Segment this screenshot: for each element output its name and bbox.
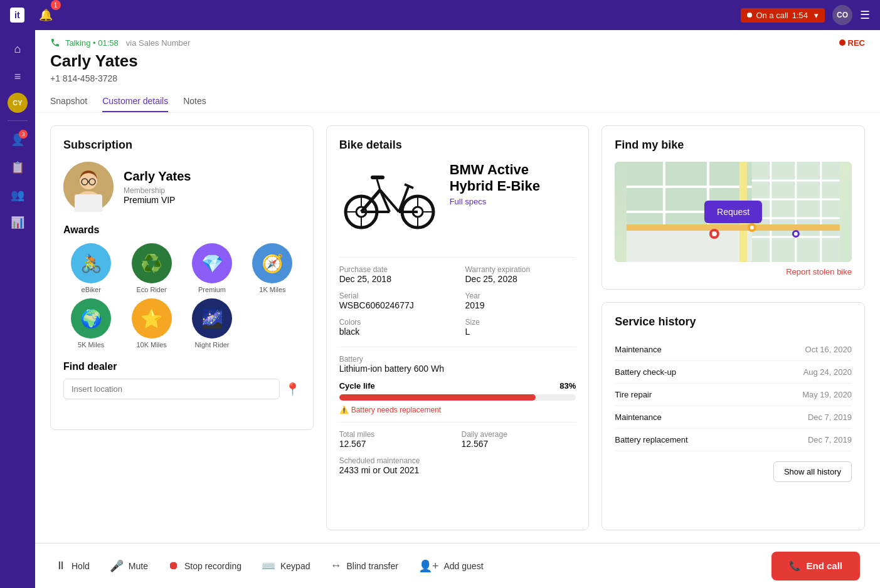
warning-icon: ⚠️	[339, 406, 349, 414]
bike-details-grid: Purchase date Dec 25, 2018 Warranty expi…	[339, 265, 576, 337]
avatar-svg	[63, 162, 114, 212]
cycle-life-row: Cycle life 83%	[339, 381, 576, 391]
5k-miles-icon: 🌍	[71, 298, 111, 339]
call-status-text: Talking • 01:58	[65, 38, 119, 48]
sidebar-item-reports[interactable]: 📊	[6, 211, 29, 234]
call-status-row: Talking • 01:58 via Sales Number REC	[50, 38, 865, 48]
service-date-1: Oct 16, 2020	[805, 345, 852, 354]
serial-field: Serial WSBC606024677J	[339, 291, 450, 310]
service-row-5: Battery replacement Dec 7, 2019	[615, 429, 852, 451]
sidebar-item-assignments[interactable]: 📋	[6, 156, 29, 179]
purchase-date-label: Purchase date	[339, 265, 450, 274]
size-field: Size L	[465, 318, 576, 337]
mute-icon: 🎤	[110, 559, 124, 573]
location-pin-icon[interactable]: 📍	[285, 382, 300, 397]
cycle-life-progress	[339, 394, 576, 401]
service-row-3: Tire repair May 19, 2020	[615, 384, 852, 406]
call-bar: ⏸ Hold 🎤 Mute ⏺ Stop recording ⌨️ Keypad…	[35, 543, 880, 588]
bike-info: BMW Active Hybrid E-Bike Full specs	[450, 162, 576, 216]
svg-line-27	[377, 179, 380, 190]
show-all-history-button[interactable]: Show all history	[773, 461, 852, 482]
blind-transfer-action[interactable]: ↔ Blind transfer	[330, 559, 398, 572]
on-call-time: 1:54	[792, 11, 808, 20]
bike-svg	[339, 168, 440, 231]
find-bike-title: Find my bike	[615, 139, 852, 152]
rec-label: REC	[848, 38, 865, 48]
10k-miles-label: 10K Miles	[136, 341, 166, 349]
request-button[interactable]: Request	[704, 201, 762, 223]
stop-recording-action[interactable]: ⏺ Stop recording	[168, 559, 241, 572]
report-stolen-link[interactable]: Report stolen bike	[615, 267, 852, 276]
sidebar-item-home[interactable]: ⌂	[6, 38, 29, 60]
sidebar-cy-avatar[interactable]: CY	[8, 93, 28, 113]
bell-badge: 1	[51, 0, 61, 10]
battery-value: Lithium-ion battery 600 Wh	[339, 364, 576, 374]
dropdown-icon: ▾	[814, 11, 819, 20]
call-dot	[747, 13, 752, 18]
top-avatar[interactable]: CO	[832, 5, 852, 25]
content-area: Talking • 01:58 via Sales Number REC Car…	[35, 30, 880, 588]
daily-avg-value: 12.567	[461, 439, 576, 449]
transfer-icon: ↔	[330, 559, 341, 572]
full-specs-link[interactable]: Full specs	[450, 197, 576, 206]
add-guest-label: Add guest	[443, 561, 483, 571]
service-type-5: Battery replacement	[615, 435, 687, 444]
rec-dot	[839, 39, 846, 46]
find-dealer-section: Find dealer 📍	[63, 361, 300, 399]
sidebar-item-menu[interactable]: ≡	[6, 65, 29, 88]
bell-icon[interactable]: 🔔 1	[34, 4, 57, 26]
purchase-date-field: Purchase date Dec 25, 2018	[339, 265, 450, 284]
divider	[339, 257, 576, 258]
end-call-button[interactable]: 📞 End call	[771, 552, 860, 580]
on-call-badge[interactable]: On a call 1:54 ▾	[741, 8, 825, 23]
bike-card-title: Bike details	[339, 139, 576, 152]
top-bar-left: it 🔔 1	[10, 4, 57, 26]
service-type-2: Battery check-up	[615, 367, 676, 377]
battery-warning: ⚠️ Battery needs replacement	[339, 406, 576, 414]
bike-name: BMW Active Hybrid E-Bike	[450, 162, 576, 194]
map-background: Request	[615, 162, 852, 262]
size-value: L	[465, 327, 576, 337]
logo: it	[10, 8, 24, 23]
users-badge: 3	[19, 130, 28, 139]
divider3	[339, 422, 576, 423]
blind-transfer-label: Blind transfer	[346, 561, 398, 571]
add-guest-action[interactable]: 👤+ Add guest	[418, 559, 484, 573]
tab-customer-details[interactable]: Customer details	[102, 91, 168, 112]
dealer-location-input[interactable]	[63, 379, 280, 399]
sidebar-item-contacts[interactable]: 👥	[6, 184, 29, 206]
add-guest-icon: 👤+	[418, 559, 439, 573]
contact-phone: +1 814-458-3728	[50, 73, 865, 83]
award-eco-rider: ♻️ Eco Rider	[124, 243, 179, 293]
membership-value: Premium VIP	[124, 195, 191, 205]
tab-notes[interactable]: Notes	[183, 91, 206, 112]
sidebar-item-users[interactable]: 👤 3	[6, 129, 29, 151]
call-header: Talking • 01:58 via Sales Number REC Car…	[35, 30, 880, 113]
hold-action[interactable]: ⏸ Hold	[55, 559, 90, 572]
right-column: Find my bike	[602, 125, 865, 530]
subscription-card: Subscription	[50, 125, 314, 430]
service-history-card: Service history Maintenance Oct 16, 2020…	[602, 302, 865, 530]
svg-line-21	[380, 190, 399, 212]
eco-rider-icon: ♻️	[132, 243, 172, 283]
colors-value: black	[339, 327, 450, 337]
award-night-rider: 🌌 Night Rider	[184, 298, 240, 349]
service-history-title: Service history	[615, 315, 852, 328]
sub-name: Carly Yates	[124, 169, 191, 184]
total-miles-field: Total miles 12.567	[339, 430, 454, 449]
mute-action[interactable]: 🎤 Mute	[110, 559, 148, 573]
1k-miles-icon: 🧭	[252, 243, 292, 283]
miles-grid: Total miles 12.567 Daily average 12.567	[339, 430, 576, 449]
total-miles-label: Total miles	[339, 430, 454, 439]
premium-icon: 💎	[192, 243, 232, 283]
hamburger-icon[interactable]: ☰	[860, 8, 870, 22]
5k-miles-label: 5K Miles	[78, 341, 104, 349]
find-bike-card: Find my bike	[602, 125, 865, 290]
premium-label: Premium	[198, 286, 226, 293]
svg-rect-44	[627, 224, 840, 231]
cycle-life-label: Cycle life	[339, 381, 375, 391]
tab-snapshot[interactable]: Snapshot	[50, 91, 87, 112]
keypad-action[interactable]: ⌨️ Keypad	[262, 559, 310, 573]
awards-title: Awards	[63, 224, 300, 236]
battery-warning-text: Battery needs replacement	[351, 406, 441, 414]
